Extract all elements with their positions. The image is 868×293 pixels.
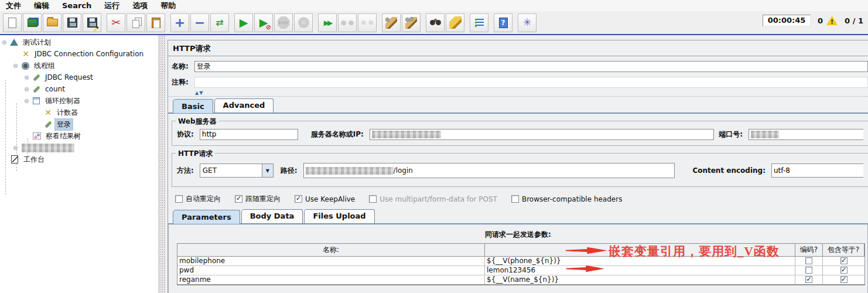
server-input[interactable]	[370, 129, 714, 140]
cut-button[interactable]: ✂	[107, 13, 125, 32]
tree-item-login[interactable]: 登录	[0, 118, 158, 130]
col-encode[interactable]: 编码?	[795, 244, 823, 257]
table-row[interactable]: reganme ${__V(name_${n})}	[177, 275, 864, 285]
collapse-knob[interactable]	[13, 146, 18, 150]
tree-item-jdbc-connection-config[interactable]: ✕ JDBC Connection Configuration	[0, 48, 158, 60]
tree-item-jdbc-request[interactable]: JDBC Request	[0, 71, 158, 83]
collapse-knob[interactable]	[25, 87, 29, 91]
function-helper-button[interactable]	[470, 13, 488, 32]
checkbox-checked-icon[interactable]	[295, 195, 302, 203]
checkbox-checked-icon[interactable]	[840, 257, 848, 264]
collapse-all-button[interactable]: −	[190, 13, 209, 32]
menu-search[interactable]: Search	[62, 1, 91, 10]
splitter-arrows-icon[interactable]: ▲▼	[195, 90, 203, 96]
tab-files-upload[interactable]: Files Upload	[304, 209, 374, 223]
start-button[interactable]: ▶	[234, 13, 253, 32]
tree-item-loop-controller[interactable]: 循环控制器	[0, 95, 158, 107]
option-follow-redirects[interactable]: 跟随重定向	[235, 194, 281, 204]
elapsed-timer: 00:00:45	[763, 15, 811, 26]
censored-server-value	[372, 131, 441, 138]
remote-shutdown-all-button[interactable]: ⊗ ⊗	[358, 13, 377, 32]
web-server-title: Web服务器	[176, 117, 219, 127]
inner-splitter[interactable]: ▲▼	[168, 90, 868, 97]
open-template-button[interactable]	[23, 13, 42, 32]
option-follow-redirects-auto[interactable]: 自动重定向	[175, 194, 221, 204]
checkbox-icon[interactable]	[805, 267, 812, 274]
menu-edit[interactable]: 编辑	[34, 1, 49, 11]
tree-item-workbench[interactable]: 工作台	[0, 154, 158, 165]
option-multipart[interactable]: Use multipart/form-data for POST	[369, 195, 497, 203]
tab-body-data[interactable]: Body Data	[241, 209, 303, 223]
config-tools-icon: ✕	[21, 49, 30, 59]
tree-item-count[interactable]: count	[0, 83, 158, 95]
paste-icon	[152, 18, 160, 28]
paste-button[interactable]	[146, 13, 165, 32]
tree-item-view-results-tree[interactable]: 察看结果树	[0, 130, 158, 142]
content-encoding-input[interactable]	[771, 163, 863, 178]
name-input[interactable]	[194, 61, 868, 72]
tree-item-censored[interactable]	[0, 142, 158, 154]
tree-item-test-plan[interactable]: 测试计划	[0, 36, 158, 48]
collapse-knob[interactable]	[13, 64, 18, 68]
option-browser-headers[interactable]: Browser-compatible headers	[511, 195, 623, 203]
copy-button[interactable]	[127, 13, 145, 32]
remote-stop-all-button[interactable]: ● ●	[338, 13, 357, 32]
config-tools-icon: ✕	[43, 108, 53, 117]
search-button[interactable]	[426, 13, 445, 32]
tab-basic[interactable]: Basic	[173, 99, 213, 113]
port-input[interactable]	[749, 129, 863, 140]
protocol-input[interactable]	[200, 129, 298, 140]
open-file-button[interactable]	[43, 13, 61, 32]
selected-tree-node: 登录	[55, 119, 73, 130]
toggle-icon: ⇄	[216, 18, 223, 28]
menu-file[interactable]: 文件	[6, 1, 21, 11]
help-icon: ?	[499, 18, 508, 28]
save-as-button[interactable]	[83, 13, 101, 32]
method-select[interactable]: GET ▼	[200, 163, 274, 178]
table-row[interactable]: pwd lemon123456	[177, 266, 864, 275]
clear-all-button[interactable]	[402, 13, 421, 32]
ssl-manager-button[interactable]: ✳	[518, 13, 536, 32]
collapse-knob[interactable]	[25, 99, 29, 103]
clear-button[interactable]	[382, 13, 401, 32]
reset-search-button[interactable]	[446, 13, 464, 32]
checkbox-checked-icon[interactable]	[840, 276, 848, 283]
tab-parameters[interactable]: Parameters	[173, 210, 240, 224]
option-keepalive[interactable]: Use KeepAlive	[295, 195, 355, 203]
checkbox-icon[interactable]	[511, 195, 519, 203]
minus-icon: −	[194, 16, 205, 29]
help-button[interactable]: ?	[494, 13, 512, 32]
menu-run[interactable]: 运行	[104, 1, 119, 11]
checkbox-icon[interactable]	[369, 195, 377, 203]
shutdown-button[interactable]: ✕	[294, 13, 313, 32]
stop-button[interactable]: STOP	[274, 13, 293, 32]
method-label: 方法:	[177, 166, 194, 176]
menu-help[interactable]: 帮助	[160, 1, 176, 11]
start-no-pauses-button[interactable]: ▶⊘	[254, 13, 273, 32]
expand-all-button[interactable]: +	[170, 13, 189, 32]
tab-advanced[interactable]: Advanced	[214, 98, 274, 113]
reset-search-icon	[449, 16, 462, 29]
new-file-button[interactable]	[3, 13, 22, 32]
collapse-knob[interactable]	[2, 40, 6, 45]
comment-input[interactable]	[194, 77, 868, 88]
toggle-button[interactable]: ⇄	[210, 13, 229, 32]
warning-icon[interactable]: !	[826, 16, 838, 25]
chevron-down-icon[interactable]: ▼	[262, 164, 273, 177]
col-name[interactable]: 名称:	[177, 244, 485, 257]
tree-item-counter[interactable]: ✕ 计数器	[0, 107, 158, 118]
tree-item-thread-group[interactable]: 线程组	[0, 60, 158, 71]
path-input[interactable]: /login	[303, 163, 675, 178]
col-include-equals[interactable]: 包含等于?	[823, 244, 864, 257]
save-button[interactable]	[63, 13, 81, 32]
loop-controller-icon	[32, 96, 41, 105]
checkbox-checked-icon[interactable]	[235, 195, 242, 203]
split-pane-divider[interactable]	[158, 35, 165, 293]
checkbox-checked-icon[interactable]	[805, 276, 812, 283]
checkbox-icon[interactable]	[805, 257, 812, 264]
checkbox-checked-icon[interactable]	[840, 267, 848, 274]
menu-options[interactable]: 选项	[132, 1, 148, 11]
collapse-knob[interactable]	[25, 76, 29, 80]
checkbox-icon[interactable]	[175, 195, 183, 203]
remote-start-all-button[interactable]: ▶▶	[318, 13, 337, 32]
